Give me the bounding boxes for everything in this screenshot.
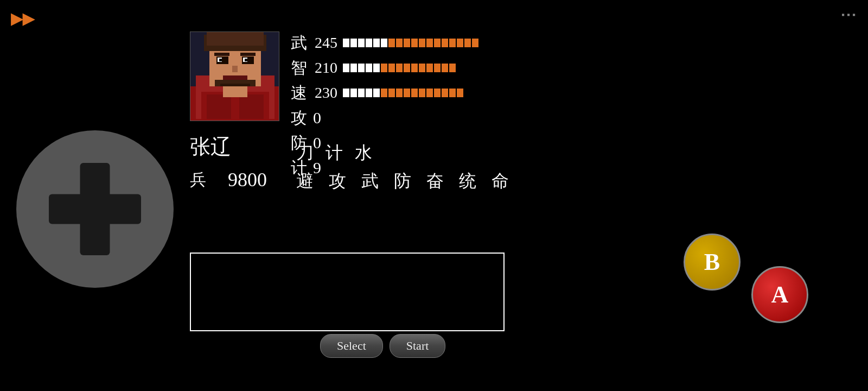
skill-ming: 命 [488, 169, 512, 193]
character-type: 兵 [190, 169, 206, 191]
start-button[interactable]: Start [390, 334, 446, 358]
svg-rect-15 [223, 75, 247, 80]
skill-bi: 避 [293, 169, 317, 193]
svg-rect-5 [207, 32, 264, 46]
svg-rect-14 [232, 66, 238, 72]
stat-zhi-bar [343, 64, 456, 72]
svg-rect-20 [239, 94, 264, 119]
skills-row2: 避 攻 武 防 奋 统 命 [293, 169, 512, 193]
svg-rect-12 [214, 53, 229, 56]
select-start-group: Select Start [320, 334, 445, 358]
skill-dao: 刀 [293, 141, 317, 165]
stat-zhi: 智 210 [290, 56, 478, 79]
skill-wu: 武 [358, 169, 382, 193]
fast-forward-icon[interactable]: ▶▶ [11, 10, 34, 28]
select-button[interactable]: Select [320, 334, 383, 358]
dpad-center [80, 194, 110, 224]
character-portrait [190, 31, 279, 121]
stat-su: 速 230 [290, 81, 478, 104]
b-button[interactable]: B [684, 234, 741, 291]
character-points: 9800 [228, 168, 267, 191]
svg-rect-21 [223, 86, 247, 97]
stat-wu: 武 245 [290, 31, 478, 54]
svg-rect-17 [220, 84, 250, 86]
character-info: 张辽 兵 9800 [190, 133, 267, 191]
skill-tong: 统 [456, 169, 480, 193]
skill-ji: 计 [322, 141, 346, 165]
skill-fang: 防 [391, 169, 414, 193]
stat-gong: 攻 0 [290, 106, 478, 129]
skills-row1: 刀 计 水 [293, 141, 512, 165]
svg-rect-10 [219, 59, 222, 61]
dpad-cross[interactable] [49, 163, 141, 255]
svg-rect-13 [240, 53, 256, 56]
skills-panel: 刀 计 水 避 攻 武 防 奋 统 命 [293, 141, 512, 193]
portrait-svg [190, 32, 279, 121]
svg-rect-11 [245, 59, 247, 61]
skill-shui: 水 [352, 141, 375, 165]
svg-rect-19 [207, 94, 231, 119]
stat-wu-bar [343, 39, 478, 47]
stat-su-bar [343, 89, 463, 97]
dpad-base [16, 130, 174, 288]
a-button[interactable]: A [751, 266, 808, 323]
dpad[interactable] [16, 130, 174, 288]
dialogue-box [190, 253, 505, 331]
skill-fen: 奋 [423, 169, 447, 193]
skill-gong: 攻 [326, 169, 349, 193]
more-options-icon[interactable]: ⋮ [841, 8, 856, 24]
character-name: 张辽 [190, 133, 267, 161]
